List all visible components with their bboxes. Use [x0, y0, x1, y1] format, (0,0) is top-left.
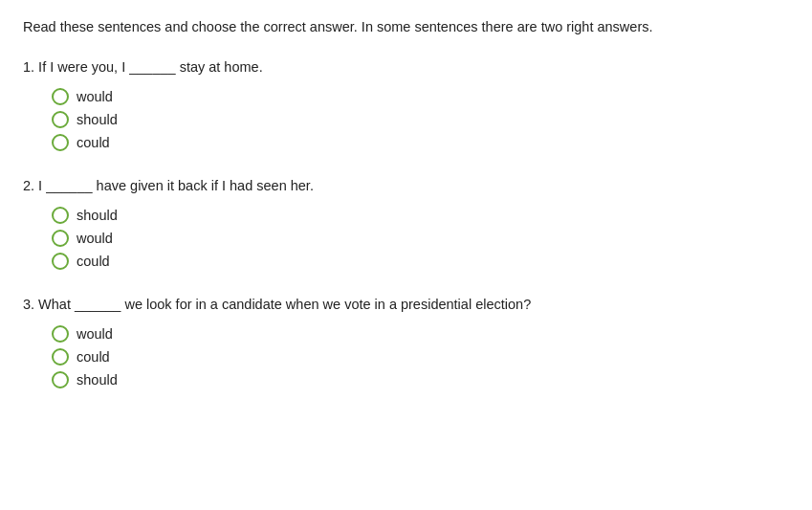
option-label-3-3: should [77, 372, 118, 388]
radio-circle-1-3[interactable] [52, 134, 69, 151]
question-text-1: 1. If I were you, I ______ stay at home. [23, 57, 789, 78]
options-group-2: shouldwouldcould [23, 207, 789, 270]
option-label-1-2: should [77, 112, 118, 127]
option-3-2[interactable]: could [52, 348, 789, 366]
option-label-1-1: would [77, 89, 113, 104]
option-3-3[interactable]: should [52, 371, 789, 388]
options-group-1: wouldshouldcould [23, 88, 789, 151]
option-label-2-2: would [77, 231, 113, 246]
radio-circle-3-3[interactable] [52, 371, 69, 388]
option-1-1[interactable]: would [52, 88, 789, 105]
radio-circle-1-1[interactable] [52, 88, 69, 105]
option-label-2-3: could [77, 254, 110, 269]
option-2-2[interactable]: would [52, 230, 789, 247]
radio-circle-2-2[interactable] [52, 230, 69, 247]
question-block-2: 2. I ______ have given it back if I had … [23, 176, 789, 270]
option-label-1-3: could [77, 135, 110, 150]
question-block-1: 1. If I were you, I ______ stay at home.… [23, 57, 789, 151]
option-1-3[interactable]: could [52, 134, 789, 151]
option-3-1[interactable]: would [52, 325, 789, 343]
question-text-3: 3. What ______ we look for in a candidat… [23, 295, 789, 316]
option-2-3[interactable]: could [52, 253, 789, 270]
question-text-2: 2. I ______ have given it back if I had … [23, 176, 789, 197]
option-1-2[interactable]: should [52, 111, 789, 128]
radio-circle-1-2[interactable] [52, 111, 69, 128]
question-block-3: 3. What ______ we look for in a candidat… [23, 295, 789, 388]
option-2-1[interactable]: should [52, 207, 789, 224]
option-label-3-1: would [77, 326, 113, 342]
option-label-2-1: should [77, 208, 118, 223]
radio-circle-3-1[interactable] [52, 325, 69, 343]
instructions: Read these sentences and choose the corr… [23, 17, 789, 36]
radio-circle-2-1[interactable] [52, 207, 69, 224]
options-group-3: wouldcouldshould [23, 325, 789, 388]
radio-circle-3-2[interactable] [52, 348, 69, 366]
option-label-3-2: could [77, 349, 110, 365]
radio-circle-2-3[interactable] [52, 253, 69, 270]
